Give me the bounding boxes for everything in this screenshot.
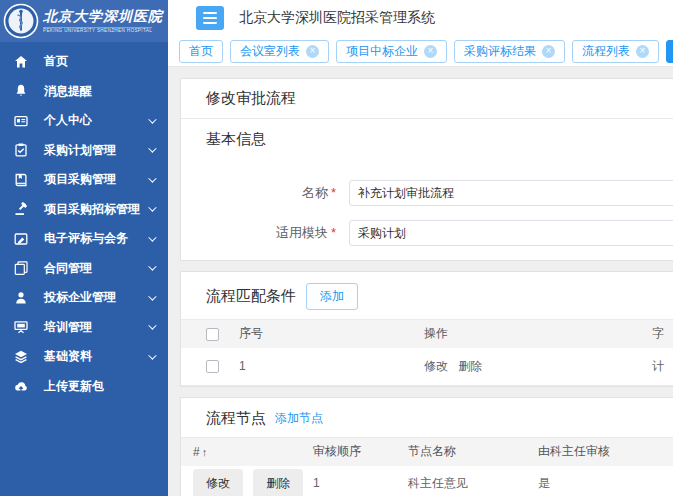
select-all-checkbox[interactable] xyxy=(206,328,219,341)
match-conditions-card: 流程匹配条件 添加 序号 操作 字 xyxy=(180,271,673,387)
actions-cell: 修改 删除 xyxy=(418,348,646,386)
documents-icon xyxy=(13,260,29,276)
sidebar-item-bidding-management[interactable]: 项目采购招标管理 xyxy=(0,195,168,225)
tab-bar: 首页 会议室列表 × 项目中标企业 × 采购评标结果 × 流程列表 × 流程 × xyxy=(168,36,673,67)
id-card-icon xyxy=(13,113,29,129)
match-conditions-table: 序号 操作 字 1 修改 删除 计 xyxy=(181,319,673,386)
module-input[interactable] xyxy=(349,220,673,246)
column-header-seq: 序号 xyxy=(233,320,418,348)
delete-button[interactable]: 删除 xyxy=(253,469,303,496)
column-header-clipped: 字 xyxy=(646,320,673,348)
tab-label: 首页 xyxy=(189,43,213,60)
form-row-module: 适用模块* xyxy=(181,220,673,246)
sidebar-item-label: 个人中心 xyxy=(44,112,148,129)
sidebar-item-label: 电子评标与会务 xyxy=(44,230,148,247)
tab-evaluation-results[interactable]: 采购评标结果 × xyxy=(454,40,565,63)
chevron-down-icon xyxy=(148,292,156,300)
table-row: 1 修改 删除 计 xyxy=(181,348,673,386)
gavel-icon xyxy=(13,201,29,217)
content-area: 修改审批流程 基本信息 名称* 适用模块* 流程匹配条件 xyxy=(168,67,673,496)
sidebar-item-contract-management[interactable]: 合同管理 xyxy=(0,254,168,284)
flow-nodes-section-title: 流程节点 xyxy=(206,409,266,428)
close-icon[interactable]: × xyxy=(542,45,555,58)
sidebar-item-e-evaluation[interactable]: 电子评标与会务 xyxy=(0,224,168,254)
tab-home[interactable]: 首页 xyxy=(179,40,223,63)
form-row-name: 名称* xyxy=(181,180,673,206)
column-header-node-name: 节点名称 xyxy=(402,438,532,466)
close-icon[interactable]: × xyxy=(636,45,649,58)
basic-info-card: 修改审批流程 基本信息 名称* 适用模块* xyxy=(180,78,673,261)
sidebar-menu: 首页 消息提醒 个人中心 采购计划管理 项目采购管理 xyxy=(0,42,168,401)
order-cell: 1 xyxy=(307,466,402,496)
sidebar-item-training-management[interactable]: 培训管理 xyxy=(0,313,168,343)
tab-winning-enterprises[interactable]: 项目中标企业 × xyxy=(336,40,447,63)
chevron-down-icon xyxy=(148,263,156,271)
tab-label: 会议室列表 xyxy=(240,43,300,60)
chevron-down-icon xyxy=(148,233,156,241)
layers-icon xyxy=(13,349,29,365)
hamburger-menu-icon[interactable] xyxy=(196,6,224,30)
sidebar-item-label: 采购计划管理 xyxy=(44,142,148,159)
sidebar-item-procurement-plan[interactable]: 采购计划管理 xyxy=(0,136,168,166)
sidebar-item-personal-center[interactable]: 个人中心 xyxy=(0,106,168,136)
tablet-pen-icon xyxy=(13,231,29,247)
chevron-down-icon xyxy=(148,351,156,359)
tab-meeting-room-list[interactable]: 会议室列表 × xyxy=(230,40,329,63)
chevron-down-icon xyxy=(148,145,156,153)
sidebar-item-label: 培训管理 xyxy=(44,319,148,336)
user-icon xyxy=(13,290,29,306)
top-header: 北京大学深圳医院招采管理系统 xyxy=(168,0,673,36)
delete-link[interactable]: 删除 xyxy=(458,359,482,373)
cloud-upload-icon xyxy=(13,378,29,394)
sidebar-item-label: 上传更新包 xyxy=(44,378,154,395)
hospital-logo-block: 北京大学深圳医院 PEKING UNIVERSITY SHENZHEN HOSP… xyxy=(0,0,168,42)
edit-button[interactable]: 修改 xyxy=(193,469,243,496)
close-icon[interactable]: × xyxy=(424,45,437,58)
basic-info-section-title: 基本信息 xyxy=(181,119,673,158)
app-window: 北京大学深圳医院 PEKING UNIVERSITY SHENZHEN HOSP… xyxy=(0,0,673,496)
sidebar-item-label: 首页 xyxy=(44,53,154,70)
home-icon xyxy=(13,54,29,70)
presentation-icon xyxy=(13,319,29,335)
name-input[interactable] xyxy=(349,180,673,206)
seq-cell: 1 xyxy=(233,348,418,386)
name-field-label: 名称* xyxy=(181,184,336,202)
add-condition-button[interactable]: 添加 xyxy=(306,283,358,310)
chevron-down-icon xyxy=(148,174,156,182)
column-header-index: #↑ xyxy=(181,438,307,466)
sidebar-item-home[interactable]: 首页 xyxy=(0,47,168,77)
tab-process[interactable]: 流程 × xyxy=(666,40,673,63)
row-checkbox[interactable] xyxy=(206,360,219,373)
hospital-name-en: PEKING UNIVERSITY SHENZHEN HOSPITAL xyxy=(43,26,152,32)
bell-icon xyxy=(13,83,29,99)
close-icon[interactable]: × xyxy=(306,45,319,58)
hospital-logo-icon xyxy=(3,3,39,39)
node-name-cell: 科主任意见 xyxy=(402,466,532,496)
sidebar: 北京大学深圳医院 PEKING UNIVERSITY SHENZHEN HOSP… xyxy=(0,0,168,496)
row-actions-cell: 修改 删除 xyxy=(181,466,307,496)
sidebar-item-label: 基础资料 xyxy=(44,348,148,365)
clipped-cell: 计 xyxy=(646,348,673,386)
sidebar-item-label: 消息提醒 xyxy=(44,83,154,100)
tab-process-list[interactable]: 流程列表 × xyxy=(572,40,659,63)
tab-label: 采购评标结果 xyxy=(464,43,536,60)
sidebar-item-basic-data[interactable]: 基础资料 xyxy=(0,342,168,372)
basic-info-form: 名称* 适用模块* xyxy=(181,158,673,260)
book-icon xyxy=(13,172,29,188)
edit-link[interactable]: 修改 xyxy=(424,359,448,373)
sidebar-item-project-procurement[interactable]: 项目采购管理 xyxy=(0,165,168,195)
tab-label: 项目中标企业 xyxy=(346,43,418,60)
sidebar-item-notifications[interactable]: 消息提醒 xyxy=(0,77,168,107)
tab-label: 流程列表 xyxy=(582,43,630,60)
sidebar-item-label: 项目采购招标管理 xyxy=(44,201,148,218)
add-node-link[interactable]: 添加节点 xyxy=(275,410,323,427)
column-header-actions: 操作 xyxy=(418,320,646,348)
required-asterisk: * xyxy=(331,185,336,200)
sidebar-item-upload-update[interactable]: 上传更新包 xyxy=(0,372,168,402)
sidebar-item-label: 投标企业管理 xyxy=(44,289,148,306)
flow-nodes-card: 流程节点 添加节点 #↑ 审核顺序 节点名称 由科主任审核 xyxy=(180,397,673,496)
sidebar-item-bidder-enterprise[interactable]: 投标企业管理 xyxy=(0,283,168,313)
sort-ascending-icon[interactable]: ↑ xyxy=(202,446,208,458)
clipboard-check-icon xyxy=(13,142,29,158)
main-area: 北京大学深圳医院招采管理系统 首页 会议室列表 × 项目中标企业 × 采购评标结… xyxy=(168,0,673,496)
